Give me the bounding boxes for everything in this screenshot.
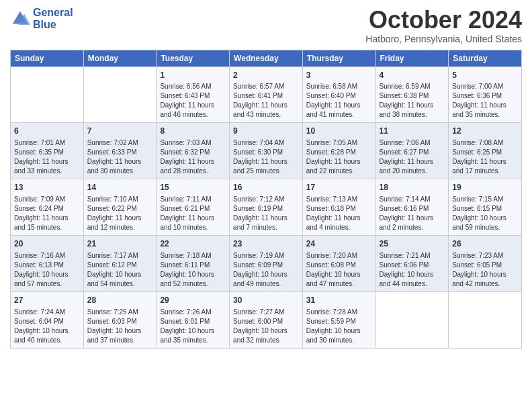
calendar-cell-3-3: 15Sunrise: 7:11 AMSunset: 6:21 PMDayligh… [157, 179, 230, 236]
day-number: 24 [306, 238, 372, 250]
weekday-header-friday: Friday [375, 50, 449, 66]
calendar-cell-1-7: 5Sunrise: 7:00 AMSunset: 6:36 PMDaylight… [449, 66, 522, 123]
day-info: Sunrise: 7:04 AMSunset: 6:30 PMDaylight:… [233, 138, 299, 176]
day-info: Sunrise: 7:01 AMSunset: 6:35 PMDaylight:… [14, 138, 80, 176]
day-info: Sunrise: 7:08 AMSunset: 6:25 PMDaylight:… [452, 138, 518, 176]
calendar-cell-4-7: 26Sunrise: 7:23 AMSunset: 6:05 PMDayligh… [449, 235, 522, 291]
day-info: Sunrise: 7:03 AMSunset: 6:32 PMDaylight:… [160, 138, 226, 176]
weekday-header-monday: Monday [83, 50, 157, 66]
calendar-cell-4-3: 22Sunrise: 7:18 AMSunset: 6:11 PMDayligh… [157, 235, 230, 291]
day-number: 3 [306, 70, 372, 81]
day-info: Sunrise: 6:57 AMSunset: 6:41 PMDaylight:… [233, 82, 299, 120]
day-number: 20 [14, 238, 80, 250]
day-number: 28 [87, 295, 153, 306]
weekday-header-sunday: Sunday [11, 50, 84, 66]
calendar-cell-5-5: 31Sunrise: 7:28 AMSunset: 5:59 PMDayligh… [302, 291, 375, 348]
calendar-cell-4-2: 21Sunrise: 7:17 AMSunset: 6:12 PMDayligh… [83, 235, 157, 291]
calendar-cell-1-4: 2Sunrise: 6:57 AMSunset: 6:41 PMDaylight… [230, 66, 303, 123]
day-number: 12 [452, 126, 518, 137]
day-info: Sunrise: 7:15 AMSunset: 6:15 PMDaylight:… [452, 195, 518, 232]
calendar-cell-3-6: 18Sunrise: 7:14 AMSunset: 6:16 PMDayligh… [375, 179, 449, 236]
calendar-cell-4-1: 20Sunrise: 7:16 AMSunset: 6:13 PMDayligh… [11, 235, 84, 291]
calendar-cell-2-6: 11Sunrise: 7:06 AMSunset: 6:27 PMDayligh… [375, 123, 449, 179]
calendar-cell-2-5: 10Sunrise: 7:05 AMSunset: 6:28 PMDayligh… [302, 123, 375, 179]
day-info: Sunrise: 7:10 AMSunset: 6:22 PMDaylight:… [87, 195, 153, 232]
day-info: Sunrise: 7:25 AMSunset: 6:03 PMDaylight:… [87, 308, 153, 345]
day-number: 29 [160, 295, 226, 306]
day-number: 18 [380, 182, 445, 193]
day-number: 27 [14, 295, 80, 306]
day-number: 16 [233, 182, 299, 193]
day-number: 14 [87, 182, 153, 193]
day-number: 15 [160, 182, 226, 193]
day-info: Sunrise: 7:21 AMSunset: 6:06 PMDaylight:… [380, 251, 445, 289]
day-number: 2 [233, 70, 299, 81]
day-info: Sunrise: 6:56 AMSunset: 6:43 PMDaylight:… [160, 82, 226, 120]
day-info: Sunrise: 7:19 AMSunset: 6:09 PMDaylight:… [233, 251, 299, 289]
week-row-5: 27Sunrise: 7:24 AMSunset: 6:04 PMDayligh… [11, 291, 522, 348]
week-row-1: 1Sunrise: 6:56 AMSunset: 6:43 PMDaylight… [11, 66, 522, 123]
calendar-cell-2-2: 7Sunrise: 7:02 AMSunset: 6:33 PMDaylight… [83, 123, 157, 179]
calendar-cell-2-7: 12Sunrise: 7:08 AMSunset: 6:25 PMDayligh… [449, 123, 522, 179]
header: General Blue October 2024 Hatboro, Penns… [10, 7, 522, 44]
day-info: Sunrise: 7:06 AMSunset: 6:27 PMDaylight:… [380, 138, 445, 176]
day-info: Sunrise: 7:23 AMSunset: 6:05 PMDaylight:… [452, 251, 518, 289]
day-number: 4 [380, 70, 445, 81]
calendar-cell-3-4: 16Sunrise: 7:12 AMSunset: 6:19 PMDayligh… [230, 179, 303, 236]
calendar-cell-2-1: 6Sunrise: 7:01 AMSunset: 6:35 PMDaylight… [11, 123, 84, 179]
day-info: Sunrise: 7:17 AMSunset: 6:12 PMDaylight:… [87, 251, 153, 289]
calendar-cell-3-1: 13Sunrise: 7:09 AMSunset: 6:24 PMDayligh… [11, 179, 84, 236]
day-number: 7 [87, 126, 153, 137]
day-number: 10 [306, 126, 372, 137]
weekday-header-saturday: Saturday [449, 50, 522, 66]
calendar-cell-1-5: 3Sunrise: 6:58 AMSunset: 6:40 PMDaylight… [302, 66, 375, 123]
calendar-cell-5-7 [449, 291, 522, 348]
logo-line1: General [33, 7, 73, 19]
day-info: Sunrise: 7:00 AMSunset: 6:36 PMDaylight:… [452, 82, 518, 120]
day-info: Sunrise: 7:12 AMSunset: 6:19 PMDaylight:… [233, 195, 299, 232]
month-title: October 2024 [365, 7, 522, 34]
weekday-header-wednesday: Wednesday [230, 50, 303, 66]
day-info: Sunrise: 7:27 AMSunset: 6:00 PMDaylight:… [233, 308, 299, 345]
day-number: 8 [160, 126, 226, 137]
calendar-cell-4-5: 24Sunrise: 7:20 AMSunset: 6:08 PMDayligh… [302, 235, 375, 291]
day-info: Sunrise: 7:11 AMSunset: 6:21 PMDaylight:… [160, 195, 226, 232]
day-info: Sunrise: 7:05 AMSunset: 6:28 PMDaylight:… [306, 138, 372, 176]
day-number: 22 [160, 238, 226, 250]
calendar-cell-3-2: 14Sunrise: 7:10 AMSunset: 6:22 PMDayligh… [83, 179, 157, 236]
day-info: Sunrise: 7:09 AMSunset: 6:24 PMDaylight:… [14, 195, 80, 232]
logo-icon [10, 9, 30, 29]
title-section: October 2024 Hatboro, Pennsylvania, Unit… [365, 7, 522, 44]
calendar-cell-5-2: 28Sunrise: 7:25 AMSunset: 6:03 PMDayligh… [83, 291, 157, 348]
calendar-cell-5-1: 27Sunrise: 7:24 AMSunset: 6:04 PMDayligh… [11, 291, 84, 348]
calendar-cell-5-4: 30Sunrise: 7:27 AMSunset: 6:00 PMDayligh… [230, 291, 303, 348]
location: Hatboro, Pennsylvania, United States [365, 34, 522, 44]
day-number: 30 [233, 295, 299, 306]
day-info: Sunrise: 7:02 AMSunset: 6:33 PMDaylight:… [87, 138, 153, 176]
day-number: 26 [452, 238, 518, 250]
calendar-cell-3-7: 19Sunrise: 7:15 AMSunset: 6:15 PMDayligh… [449, 179, 522, 236]
calendar-cell-4-4: 23Sunrise: 7:19 AMSunset: 6:09 PMDayligh… [230, 235, 303, 291]
day-info: Sunrise: 7:14 AMSunset: 6:16 PMDaylight:… [380, 195, 445, 232]
calendar-cell-1-2 [83, 66, 157, 123]
calendar-table: SundayMondayTuesdayWednesdayThursdayFrid… [10, 50, 522, 349]
day-info: Sunrise: 6:59 AMSunset: 6:38 PMDaylight:… [380, 82, 445, 120]
day-number: 25 [380, 238, 445, 250]
day-info: Sunrise: 6:58 AMSunset: 6:40 PMDaylight:… [306, 82, 372, 120]
day-number: 21 [87, 238, 153, 250]
week-row-3: 13Sunrise: 7:09 AMSunset: 6:24 PMDayligh… [11, 179, 522, 236]
page: General Blue October 2024 Hatboro, Penns… [0, 0, 532, 411]
calendar-cell-3-5: 17Sunrise: 7:13 AMSunset: 6:18 PMDayligh… [302, 179, 375, 236]
day-info: Sunrise: 7:24 AMSunset: 6:04 PMDaylight:… [14, 308, 80, 345]
logo-line2: Blue [33, 19, 73, 31]
weekday-header-tuesday: Tuesday [157, 50, 230, 66]
day-info: Sunrise: 7:18 AMSunset: 6:11 PMDaylight:… [160, 251, 226, 289]
day-info: Sunrise: 7:13 AMSunset: 6:18 PMDaylight:… [306, 195, 372, 232]
calendar-cell-5-3: 29Sunrise: 7:26 AMSunset: 6:01 PMDayligh… [157, 291, 230, 348]
day-number: 9 [233, 126, 299, 137]
weekday-header-row: SundayMondayTuesdayWednesdayThursdayFrid… [11, 50, 522, 66]
day-info: Sunrise: 7:26 AMSunset: 6:01 PMDaylight:… [160, 308, 226, 345]
day-info: Sunrise: 7:28 AMSunset: 5:59 PMDaylight:… [306, 308, 372, 345]
logo: General Blue [10, 7, 73, 30]
day-number: 6 [14, 126, 80, 137]
